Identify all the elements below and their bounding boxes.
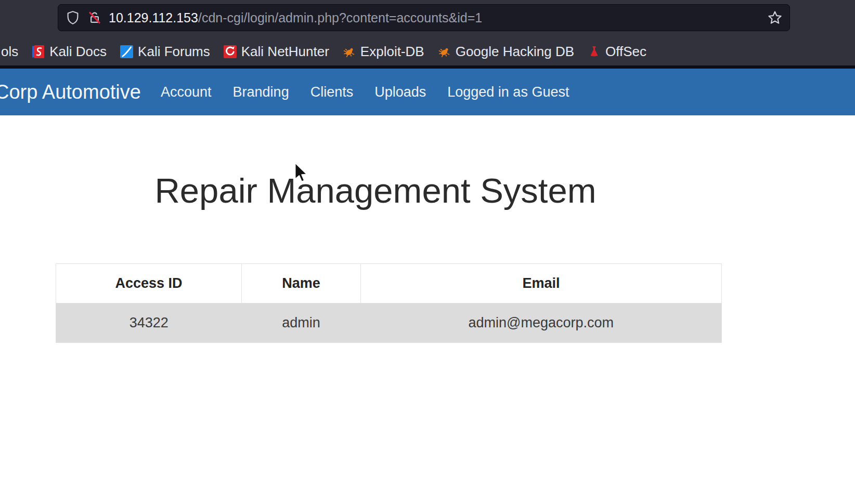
- bookmark-label: Exploit-DB: [360, 44, 424, 60]
- insecure-lock-icon[interactable]: [87, 10, 102, 25]
- nav-item-uploads[interactable]: Uploads: [374, 84, 426, 100]
- bookmark-item-offsec[interactable]: OffSec: [588, 44, 646, 60]
- kali-docs-icon: [32, 45, 45, 58]
- table-row: 34322 admin admin@megacorp.com: [56, 303, 722, 343]
- bookmark-label: Google Hacking DB: [456, 44, 574, 60]
- bookmarks-bar: ols Kali Docs Kali Forums Kal: [0, 37, 855, 65]
- url-path: /cdn-cgi/login/admin.php?content=account…: [198, 10, 482, 25]
- bookmark-label: Kali Docs: [49, 44, 107, 60]
- bookmark-item-kali-docs[interactable]: Kali Docs: [32, 44, 107, 60]
- kali-nethunter-icon: [224, 45, 237, 58]
- kali-forums-icon: [120, 45, 133, 58]
- site-navbar: Corp Automotive Account Branding Clients…: [0, 69, 855, 115]
- browser-toolbar: 10.129.112.153/cdn-cgi/login/admin.php?c…: [0, 0, 855, 65]
- nav-item-account[interactable]: Account: [161, 84, 212, 100]
- accounts-table: Access ID Name Email 34322 admin admin@m…: [56, 263, 722, 343]
- bookmark-label: OffSec: [605, 44, 646, 60]
- navbar-links: Account Branding Clients Uploads Logged …: [161, 69, 569, 115]
- nav-item-clients[interactable]: Clients: [310, 84, 354, 100]
- page-title: Repair Management System: [0, 173, 751, 208]
- bookmark-item-google-hacking-db[interactable]: Google Hacking DB: [438, 44, 574, 60]
- bookmark-item-partial[interactable]: ols: [1, 44, 18, 60]
- bookmark-item-kali-forums[interactable]: Kali Forums: [120, 44, 210, 60]
- bookmark-star-icon[interactable]: [767, 10, 783, 25]
- google-hacking-db-bug-icon: [438, 45, 451, 58]
- exploit-db-bug-icon: [343, 45, 356, 58]
- nav-item-logged-in-as-guest[interactable]: Logged in as Guest: [447, 84, 569, 100]
- cell-name: admin: [242, 303, 361, 343]
- nav-item-branding[interactable]: Branding: [233, 84, 289, 100]
- url-host: 10.129.112.153: [109, 10, 198, 25]
- shield-icon[interactable]: [65, 10, 81, 25]
- cell-access-id: 34322: [56, 303, 242, 343]
- url-bar[interactable]: 10.129.112.153/cdn-cgi/login/admin.php?c…: [58, 4, 790, 31]
- bookmark-item-exploit-db[interactable]: Exploit-DB: [343, 44, 424, 60]
- url-text[interactable]: 10.129.112.153/cdn-cgi/login/admin.php?c…: [109, 10, 761, 25]
- cell-email: admin@megacorp.com: [361, 303, 722, 343]
- header-access-id: Access ID: [56, 264, 242, 303]
- bookmark-label: ols: [1, 44, 18, 60]
- bookmark-item-kali-nethunter[interactable]: Kali NetHunter: [224, 44, 329, 60]
- header-name: Name: [242, 264, 361, 303]
- bookmark-label: Kali Forums: [138, 44, 210, 60]
- bookmark-label: Kali NetHunter: [241, 44, 329, 60]
- header-email: Email: [361, 264, 722, 303]
- offsec-flask-icon: [588, 45, 601, 58]
- navbar-brand[interactable]: Corp Automotive: [0, 69, 141, 115]
- table-header-row: Access ID Name Email: [56, 264, 722, 303]
